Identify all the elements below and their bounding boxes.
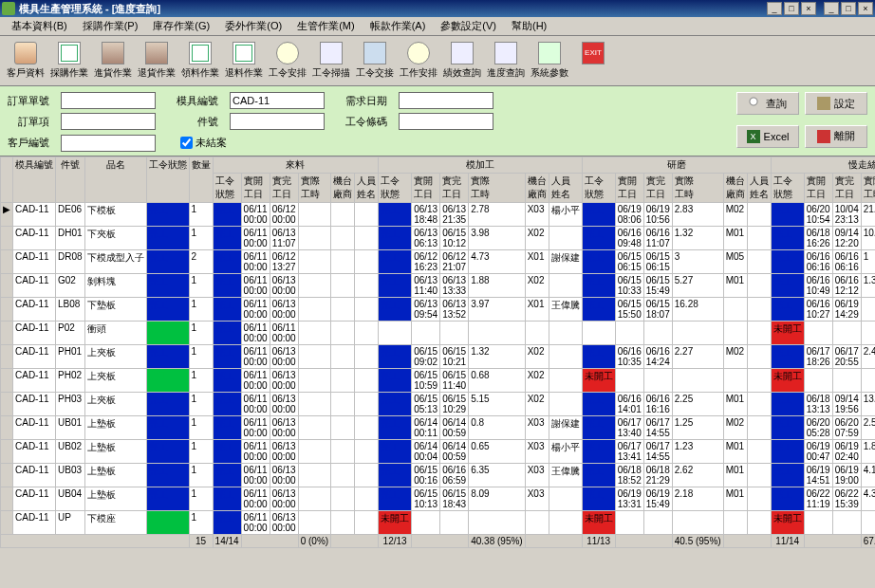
input-part-no[interactable] (230, 113, 325, 130)
cell[interactable]: M02 (723, 203, 747, 227)
cell[interactable] (615, 322, 643, 345)
cell[interactable]: 06/1400:04 (412, 440, 440, 464)
cell[interactable] (549, 511, 582, 535)
cell[interactable]: CAD-11 (13, 393, 56, 416)
cell[interactable]: 2.52 (861, 416, 875, 440)
cell[interactable]: PH02 (56, 369, 85, 393)
cell[interactable]: 10/0423:13 (832, 203, 861, 227)
col-header[interactable]: 工令狀態 (379, 174, 412, 203)
cell[interactable]: 06/1221:07 (440, 250, 469, 274)
cell[interactable]: 06/2007:59 (832, 416, 861, 440)
cell[interactable] (440, 322, 469, 345)
cell[interactable]: 06/1610:35 (615, 345, 643, 369)
col-header[interactable]: 實際工時 (298, 174, 330, 203)
cell[interactable] (643, 369, 672, 393)
cell[interactable]: 1 (189, 487, 213, 511)
cell[interactable]: 06/1100:00 (241, 322, 270, 345)
tool-wo-scan[interactable]: 工令掃描 (309, 40, 353, 82)
cell[interactable]: 未開工 (771, 511, 804, 535)
cell[interactable]: 06/1606:16 (804, 250, 832, 274)
cell[interactable]: M02 (723, 416, 747, 440)
cell[interactable]: 06/1400:59 (440, 416, 469, 440)
cell[interactable]: 06/1311:40 (412, 274, 440, 298)
menu-6[interactable]: 參數設定(V) (433, 17, 504, 35)
cell[interactable]: 06/1506:15 (643, 250, 672, 274)
cell[interactable] (298, 322, 330, 345)
table-row[interactable]: CAD-11UB01上墊板完工1完工06/1100:0006/1300:00完工… (1, 416, 876, 440)
cell[interactable] (723, 369, 747, 393)
cell[interactable] (412, 511, 440, 535)
cell[interactable]: 完工 (771, 274, 804, 298)
cell[interactable]: 1 (189, 369, 213, 393)
row-selector[interactable] (1, 274, 13, 298)
cell[interactable]: 下模板 (84, 203, 146, 227)
col-header[interactable]: 實際工時 (861, 174, 875, 203)
cell[interactable] (672, 322, 723, 345)
cell[interactable]: 06/1100:00 (241, 274, 270, 298)
cell[interactable]: 06/1914:51 (804, 464, 832, 487)
cell[interactable] (861, 322, 875, 345)
col-header[interactable]: 機台廠商 (525, 174, 549, 203)
cell[interactable]: 完工 (146, 511, 189, 535)
cell[interactable]: 1 (189, 511, 213, 535)
cell[interactable]: 21.18 (861, 203, 875, 227)
col-header[interactable]: 實際工時 (469, 174, 525, 203)
cell[interactable]: 06/1910:56 (643, 203, 672, 227)
cell[interactable]: 06/1818:52 (615, 464, 643, 487)
cell[interactable]: 下模座 (84, 511, 146, 535)
cell[interactable]: 楊小平 (549, 440, 582, 464)
cell[interactable]: 06/1300:00 (270, 416, 298, 440)
row-selector[interactable] (1, 440, 13, 464)
cell[interactable]: 06/1100:00 (241, 227, 270, 250)
cell[interactable]: 06/1100:00 (241, 369, 270, 393)
table-row[interactable]: CAD-11P02衝頭完工1完工06/1100:0006/1100:00未開工 (1, 322, 876, 345)
tool-job-arrange[interactable]: 工作安排 (397, 40, 440, 82)
cell[interactable]: X02 (525, 393, 549, 416)
cell[interactable]: 完工 (379, 250, 412, 274)
cell[interactable]: 06/1714:55 (643, 440, 672, 464)
row-selector[interactable] (1, 298, 13, 322)
cell[interactable]: 06/1506:15 (615, 250, 643, 274)
cell[interactable]: 16.28 (672, 298, 723, 322)
cell[interactable]: UB02 (56, 440, 85, 464)
cell[interactable]: 1 (189, 393, 213, 416)
cell[interactable]: 上墊板 (84, 416, 146, 440)
cell[interactable] (804, 511, 832, 535)
cell[interactable] (747, 440, 771, 464)
cell[interactable]: 完工 (213, 345, 241, 369)
cell[interactable]: 1 (189, 322, 213, 345)
cell[interactable]: M01 (723, 227, 747, 250)
cell[interactable]: 完工 (146, 250, 189, 274)
cell[interactable]: 謝保建 (549, 250, 582, 274)
cell[interactable]: 06/1309:54 (412, 298, 440, 322)
cell[interactable]: 3 (672, 250, 723, 274)
col-header[interactable]: 件號 (56, 157, 85, 203)
cell[interactable]: M01 (723, 464, 747, 487)
cell[interactable]: 06/1100:00 (241, 393, 270, 416)
cell[interactable]: 完工 (146, 227, 189, 250)
cell[interactable]: 完工 (582, 203, 615, 227)
table-row[interactable]: CAD-11UB04上墊板完工1完工06/1100:0006/1300:00完工… (1, 487, 876, 511)
cell[interactable]: UB04 (56, 487, 85, 511)
cell[interactable]: 王偉騰 (549, 464, 582, 487)
col-header[interactable]: 實完工日 (270, 174, 298, 203)
cell[interactable]: 完工 (771, 464, 804, 487)
cell[interactable]: M01 (723, 393, 747, 416)
tool-customer[interactable]: 客戶資料 (4, 40, 47, 82)
cell[interactable]: 完工 (213, 369, 241, 393)
cell[interactable]: 1.88 (861, 440, 875, 464)
menu-5[interactable]: 帳款作業(A) (363, 17, 434, 35)
col-header[interactable]: 模加工 (379, 157, 583, 174)
cell[interactable] (355, 345, 379, 369)
cell[interactable] (672, 369, 723, 393)
table-row[interactable]: CAD-11PH01上夾板完工1完工06/1100:0006/1300:00完工… (1, 345, 876, 369)
cell[interactable] (331, 203, 355, 227)
cell[interactable]: 1.23 (672, 440, 723, 464)
cell[interactable]: 06/1213:27 (270, 250, 298, 274)
tool-stockin[interactable]: 進貨作業 (91, 40, 135, 82)
cell[interactable] (861, 298, 875, 322)
cell[interactable]: 06/1606:59 (440, 464, 469, 487)
cell[interactable] (331, 322, 355, 345)
cell[interactable]: 06/1100:00 (241, 464, 270, 487)
table-row[interactable]: ▶CAD-11DE06下模板完工1完工06/1100:0006/1200:00完… (1, 203, 876, 227)
